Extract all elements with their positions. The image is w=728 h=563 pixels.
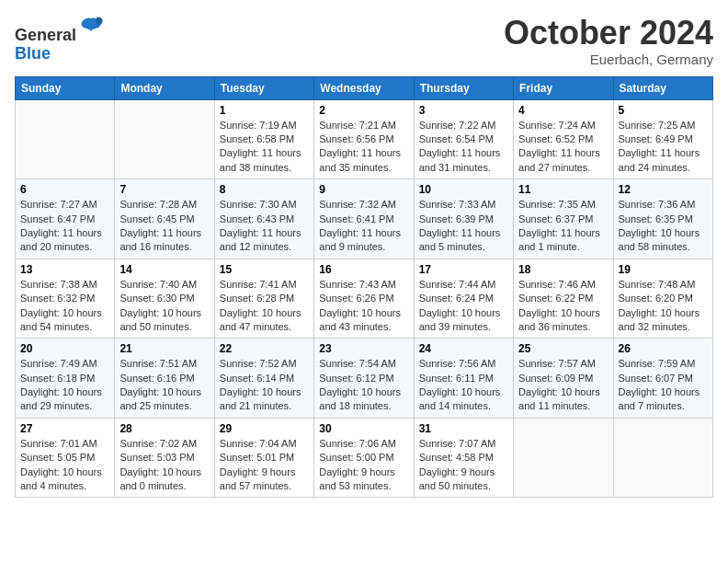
day-number: 11	[518, 183, 608, 196]
day-info: Sunrise: 7:24 AM Sunset: 6:52 PM Dayligh…	[518, 119, 608, 176]
calendar-cell: 16Sunrise: 7:43 AM Sunset: 6:26 PM Dayli…	[314, 259, 414, 339]
day-info: Sunrise: 7:30 AM Sunset: 6:43 PM Dayligh…	[220, 198, 309, 255]
logo-general: General	[15, 26, 76, 44]
day-info: Sunrise: 7:41 AM Sunset: 6:28 PM Dayligh…	[220, 278, 309, 335]
day-info: Sunrise: 7:32 AM Sunset: 6:41 PM Dayligh…	[319, 198, 408, 255]
day-info: Sunrise: 7:25 AM Sunset: 6:49 PM Dayligh…	[619, 119, 708, 176]
day-info: Sunrise: 7:04 AM Sunset: 5:01 PM Dayligh…	[220, 437, 309, 494]
day-info: Sunrise: 7:51 AM Sunset: 6:16 PM Dayligh…	[119, 357, 209, 414]
day-number: 17	[419, 263, 508, 276]
calendar-cell: 6Sunrise: 7:27 AM Sunset: 6:47 PM Daylig…	[16, 179, 115, 259]
logo: General Blue	[15, 15, 104, 63]
calendar-week-row: 1Sunrise: 7:19 AM Sunset: 6:58 PM Daylig…	[16, 99, 713, 179]
weekday-header-friday: Friday	[514, 76, 613, 99]
weekday-header-saturday: Saturday	[613, 76, 712, 99]
page-header: General Blue October 2024 Euerbach, Germ…	[15, 15, 713, 67]
day-number: 31	[419, 422, 508, 435]
day-number: 8	[220, 183, 309, 196]
day-number: 16	[319, 263, 408, 276]
day-info: Sunrise: 7:56 AM Sunset: 6:11 PM Dayligh…	[419, 357, 508, 414]
day-info: Sunrise: 7:46 AM Sunset: 6:22 PM Dayligh…	[518, 278, 608, 335]
day-info: Sunrise: 7:27 AM Sunset: 6:47 PM Dayligh…	[20, 198, 109, 255]
day-info: Sunrise: 7:40 AM Sunset: 6:30 PM Dayligh…	[119, 278, 209, 335]
day-info: Sunrise: 7:19 AM Sunset: 6:58 PM Dayligh…	[220, 119, 309, 176]
day-info: Sunrise: 7:43 AM Sunset: 6:26 PM Dayligh…	[319, 278, 408, 335]
calendar-cell: 25Sunrise: 7:57 AM Sunset: 6:09 PM Dayli…	[514, 339, 613, 419]
day-number: 24	[419, 342, 508, 355]
day-number: 29	[220, 422, 309, 435]
weekday-header-monday: Monday	[115, 76, 214, 99]
calendar-cell: 11Sunrise: 7:35 AM Sunset: 6:37 PM Dayli…	[514, 179, 613, 259]
weekday-header-wednesday: Wednesday	[314, 76, 414, 99]
weekday-header-sunday: Sunday	[16, 76, 115, 99]
day-number: 22	[220, 342, 309, 355]
day-info: Sunrise: 7:36 AM Sunset: 6:35 PM Dayligh…	[619, 198, 708, 255]
calendar-cell: 28Sunrise: 7:02 AM Sunset: 5:03 PM Dayli…	[115, 418, 214, 498]
calendar-cell: 17Sunrise: 7:44 AM Sunset: 6:24 PM Dayli…	[414, 259, 513, 339]
day-number: 23	[319, 342, 408, 355]
calendar-cell: 15Sunrise: 7:41 AM Sunset: 6:28 PM Dayli…	[214, 259, 313, 339]
day-number: 21	[119, 342, 209, 355]
day-number: 27	[20, 422, 109, 435]
calendar-cell	[514, 418, 613, 498]
calendar-week-row: 13Sunrise: 7:38 AM Sunset: 6:32 PM Dayli…	[16, 259, 713, 339]
day-info: Sunrise: 7:52 AM Sunset: 6:14 PM Dayligh…	[220, 357, 309, 414]
day-info: Sunrise: 7:57 AM Sunset: 6:09 PM Dayligh…	[518, 357, 608, 414]
day-info: Sunrise: 7:38 AM Sunset: 6:32 PM Dayligh…	[20, 278, 109, 335]
calendar-cell: 2Sunrise: 7:21 AM Sunset: 6:56 PM Daylig…	[314, 99, 414, 179]
day-number: 20	[20, 342, 109, 355]
day-number: 4	[518, 104, 608, 117]
day-number: 25	[518, 342, 608, 355]
calendar-table: SundayMondayTuesdayWednesdayThursdayFrid…	[15, 76, 713, 499]
calendar-cell: 24Sunrise: 7:56 AM Sunset: 6:11 PM Dayli…	[414, 339, 513, 419]
day-info: Sunrise: 7:48 AM Sunset: 6:20 PM Dayligh…	[619, 278, 708, 335]
calendar-cell: 22Sunrise: 7:52 AM Sunset: 6:14 PM Dayli…	[214, 339, 313, 419]
calendar-cell	[613, 418, 712, 498]
day-info: Sunrise: 7:07 AM Sunset: 4:58 PM Dayligh…	[419, 437, 508, 494]
day-info: Sunrise: 7:33 AM Sunset: 6:39 PM Dayligh…	[419, 198, 508, 255]
calendar-cell: 10Sunrise: 7:33 AM Sunset: 6:39 PM Dayli…	[414, 179, 513, 259]
month-title: October 2024	[504, 15, 713, 52]
day-number: 19	[619, 263, 708, 276]
calendar-cell: 20Sunrise: 7:49 AM Sunset: 6:18 PM Dayli…	[16, 339, 115, 419]
logo-bird-icon	[78, 15, 104, 40]
calendar-cell: 21Sunrise: 7:51 AM Sunset: 6:16 PM Dayli…	[115, 339, 214, 419]
calendar-cell: 23Sunrise: 7:54 AM Sunset: 6:12 PM Dayli…	[314, 339, 414, 419]
calendar-cell: 13Sunrise: 7:38 AM Sunset: 6:32 PM Dayli…	[16, 259, 115, 339]
calendar-week-row: 20Sunrise: 7:49 AM Sunset: 6:18 PM Dayli…	[16, 339, 713, 419]
calendar-cell: 1Sunrise: 7:19 AM Sunset: 6:58 PM Daylig…	[214, 99, 313, 179]
day-info: Sunrise: 7:44 AM Sunset: 6:24 PM Dayligh…	[419, 278, 508, 335]
calendar-cell: 4Sunrise: 7:24 AM Sunset: 6:52 PM Daylig…	[514, 99, 613, 179]
weekday-header-tuesday: Tuesday	[214, 76, 313, 99]
calendar-cell: 30Sunrise: 7:06 AM Sunset: 5:00 PM Dayli…	[314, 418, 414, 498]
day-number: 14	[119, 263, 209, 276]
title-block: October 2024 Euerbach, Germany	[504, 15, 713, 67]
day-info: Sunrise: 7:22 AM Sunset: 6:54 PM Dayligh…	[419, 119, 508, 176]
calendar-cell: 12Sunrise: 7:36 AM Sunset: 6:35 PM Dayli…	[613, 179, 712, 259]
day-info: Sunrise: 7:54 AM Sunset: 6:12 PM Dayligh…	[319, 357, 408, 414]
logo-blue: Blue	[15, 44, 51, 63]
day-number: 12	[619, 183, 708, 196]
day-info: Sunrise: 7:49 AM Sunset: 6:18 PM Dayligh…	[20, 357, 109, 414]
day-number: 9	[319, 183, 408, 196]
day-number: 28	[119, 422, 209, 435]
day-info: Sunrise: 7:01 AM Sunset: 5:05 PM Dayligh…	[20, 437, 109, 494]
day-number: 10	[419, 183, 508, 196]
calendar-cell: 27Sunrise: 7:01 AM Sunset: 5:05 PM Dayli…	[16, 418, 115, 498]
calendar-week-row: 6Sunrise: 7:27 AM Sunset: 6:47 PM Daylig…	[16, 179, 713, 259]
calendar-cell: 19Sunrise: 7:48 AM Sunset: 6:20 PM Dayli…	[613, 259, 712, 339]
day-info: Sunrise: 7:06 AM Sunset: 5:00 PM Dayligh…	[319, 437, 408, 494]
calendar-cell: 14Sunrise: 7:40 AM Sunset: 6:30 PM Dayli…	[115, 259, 214, 339]
location: Euerbach, Germany	[504, 52, 713, 67]
calendar-cell: 29Sunrise: 7:04 AM Sunset: 5:01 PM Dayli…	[214, 418, 313, 498]
calendar-week-row: 27Sunrise: 7:01 AM Sunset: 5:05 PM Dayli…	[16, 418, 713, 498]
calendar-cell: 18Sunrise: 7:46 AM Sunset: 6:22 PM Dayli…	[514, 259, 613, 339]
calendar-cell: 31Sunrise: 7:07 AM Sunset: 4:58 PM Dayli…	[414, 418, 513, 498]
day-info: Sunrise: 7:21 AM Sunset: 6:56 PM Dayligh…	[319, 119, 408, 176]
day-number: 1	[220, 104, 309, 117]
calendar-cell: 26Sunrise: 7:59 AM Sunset: 6:07 PM Dayli…	[613, 339, 712, 419]
calendar-cell: 9Sunrise: 7:32 AM Sunset: 6:41 PM Daylig…	[314, 179, 414, 259]
calendar-cell	[16, 99, 115, 179]
day-info: Sunrise: 7:28 AM Sunset: 6:45 PM Dayligh…	[119, 198, 209, 255]
weekday-header-thursday: Thursday	[414, 76, 513, 99]
